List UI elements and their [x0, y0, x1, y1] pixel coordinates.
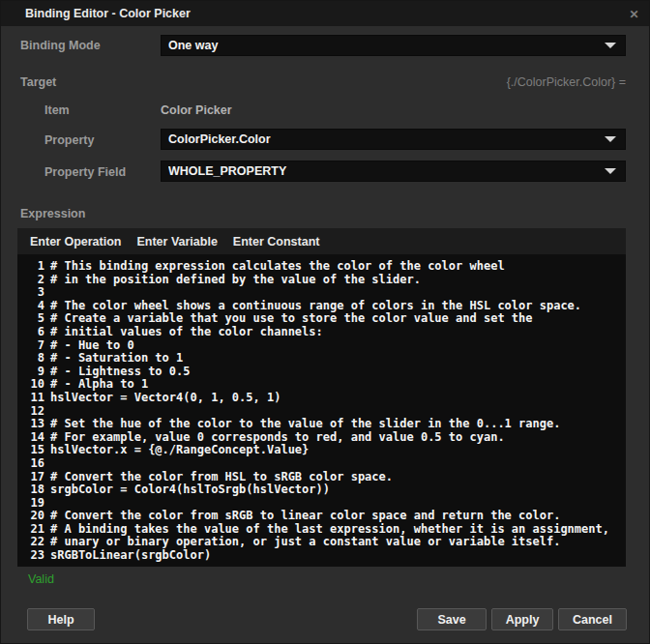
property-value: ColorPicker.Color: [168, 132, 605, 146]
code-line: 2# in the position defined by the value …: [17, 274, 626, 287]
chevron-down-icon: [605, 136, 616, 142]
save-button[interactable]: Save: [417, 608, 487, 630]
target-binding-hint: {./ColorPicker.Color} =: [507, 75, 626, 89]
code-line: 1# This binding expression calculates th…: [17, 260, 626, 274]
expression-editor[interactable]: 1# This binding expression calculates th…: [17, 254, 626, 567]
code-line: 8# - Saturation to 1: [17, 352, 626, 366]
expression-toolbar: Enter OperationEnter VariableEnter Const…: [17, 228, 626, 254]
code-line: 22# unary or binary operation, or just a…: [17, 536, 626, 549]
code-line: 20# Convert the color from sRGB to linea…: [17, 510, 626, 523]
code-line: 3: [17, 286, 626, 300]
binding-mode-select[interactable]: One way: [161, 35, 626, 56]
item-label: Item: [44, 103, 70, 117]
binding-mode-label: Binding Mode: [20, 39, 101, 52]
property-field-value: WHOLE_PROPERTY: [168, 164, 605, 178]
code-line: 12: [17, 405, 626, 419]
close-icon[interactable]: ✕: [626, 6, 642, 22]
code-line: 7# - Hue to 0: [17, 339, 626, 353]
binding-editor-dialog: Binding Editor - Color Picker ✕ Binding …: [0, 0, 650, 644]
code-line: 14# For example, value 0 corresponds to …: [17, 431, 626, 445]
expression-panel: Enter OperationEnter VariableEnter Const…: [17, 228, 626, 567]
binding-mode-value: One way: [168, 39, 605, 52]
cancel-button[interactable]: Cancel: [558, 608, 627, 630]
code-line: 23sRGBToLinear(srgbColor): [17, 549, 626, 563]
chevron-down-icon: [605, 168, 616, 174]
dialog-title: Binding Editor - Color Picker: [25, 1, 191, 26]
code-line: 4# The color wheel shows a continuous ra…: [17, 300, 626, 313]
expression-tab-0[interactable]: Enter Operation: [30, 235, 121, 249]
property-label: Property: [44, 133, 94, 147]
code-line: 11hslVector = Vector4(0, 1, 0.5, 1): [17, 392, 626, 405]
property-select[interactable]: ColorPicker.Color: [161, 129, 626, 150]
property-field-select[interactable]: WHOLE_PROPERTY: [161, 161, 626, 182]
code-line: 18srgbColor = Color4(hslToSrgb(hslVector…: [17, 483, 626, 497]
expression-tab-1[interactable]: Enter Variable: [136, 235, 217, 249]
validation-status: Valid: [28, 572, 54, 586]
expression-label: Expression: [20, 207, 85, 220]
property-field-label: Property Field: [44, 165, 126, 179]
code-line: 9# - Lightness to 0.5: [17, 366, 626, 379]
code-line: 10# - Alpha to 1: [17, 378, 626, 392]
code-line: 21# A binding takes the value of the las…: [17, 523, 626, 537]
code-line: 16: [17, 457, 626, 471]
code-line: 13# Set the hue of the color to the valu…: [17, 418, 626, 431]
code-line: 19: [17, 497, 626, 511]
code-line: 5# Create a variable that you use to sto…: [17, 312, 626, 326]
target-label: Target: [20, 75, 56, 89]
code-line: 6# initial values of the color channels:: [17, 326, 626, 339]
item-value: Color Picker: [161, 103, 232, 117]
code-line: 17# Convert the color from HSL to sRGB c…: [17, 471, 626, 484]
help-button[interactable]: Help: [27, 608, 95, 630]
code-line: 15hslVector.x = {@./RangeConcept.Value}: [17, 444, 626, 457]
apply-button[interactable]: Apply: [491, 608, 553, 630]
chevron-down-icon: [605, 43, 616, 48]
titlebar: Binding Editor - Color Picker ✕: [1, 1, 649, 26]
expression-tab-2[interactable]: Enter Constant: [233, 235, 320, 249]
